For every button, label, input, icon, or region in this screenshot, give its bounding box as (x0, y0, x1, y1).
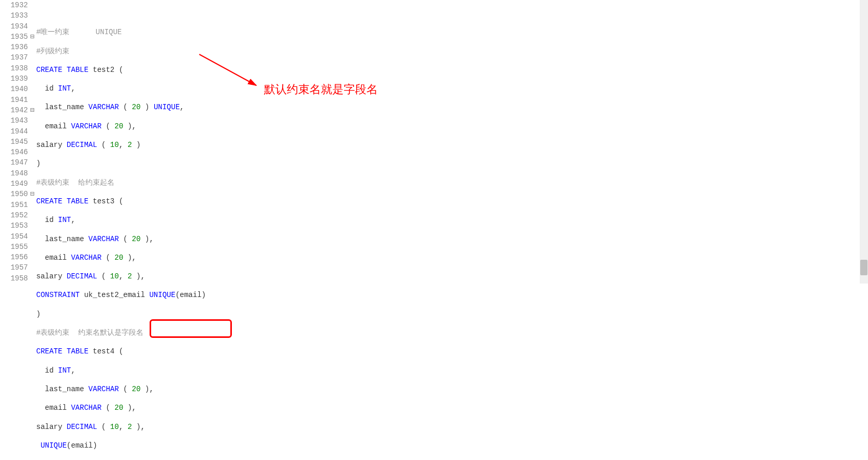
code-editor[interactable]: 1932 1933 1934 1935 1936 1937 1938 1939 … (0, 0, 868, 460)
line-number: 1941 (0, 95, 28, 105)
fold-column: ⊟ ⊟ ⊟ (30, 0, 36, 460)
line-number: 1935 (0, 32, 28, 42)
line-number: 1933 (0, 10, 28, 21)
line-number: 1944 (0, 126, 28, 137)
line-number: 1947 (0, 157, 28, 168)
fold-toggle[interactable]: ⊟ (30, 105, 36, 115)
line-number: 1951 (0, 200, 28, 210)
vertical-scrollbar[interactable] (860, 0, 868, 284)
fold-toggle[interactable]: ⊟ (30, 32, 36, 42)
line-number: 1952 (0, 210, 28, 220)
scrollbar-thumb[interactable] (860, 260, 867, 275)
line-number: 1937 (0, 52, 28, 63)
line-number: 1950 (0, 189, 28, 199)
line-number: 1955 (0, 242, 28, 252)
line-number: 1957 (0, 262, 28, 273)
line-number: 1932 (0, 0, 28, 10)
line-number: 1936 (0, 42, 28, 52)
line-number: 1949 (0, 179, 28, 189)
code-content[interactable]: #唯一约束 UNIQUE #列级约束 CREATE TABLE test2 ( … (36, 0, 868, 460)
line-number: 1953 (0, 220, 28, 231)
line-number: 1940 (0, 84, 28, 94)
line-number: 1946 (0, 147, 28, 157)
fold-toggle[interactable]: ⊟ (30, 189, 36, 199)
line-gutter: 1932 1933 1934 1935 1936 1937 1938 1939 … (0, 0, 30, 460)
line-number: 1939 (0, 73, 28, 84)
line-number: 1943 (0, 115, 28, 126)
line-number: 1958 (0, 273, 28, 284)
line-number: 1938 (0, 63, 28, 73)
line-number: 1954 (0, 231, 28, 242)
line-number: 1948 (0, 168, 28, 179)
line-number: 1945 (0, 137, 28, 147)
line-number: 1934 (0, 21, 28, 32)
line-number: 1956 (0, 252, 28, 262)
line-number: 1942 (0, 105, 28, 115)
